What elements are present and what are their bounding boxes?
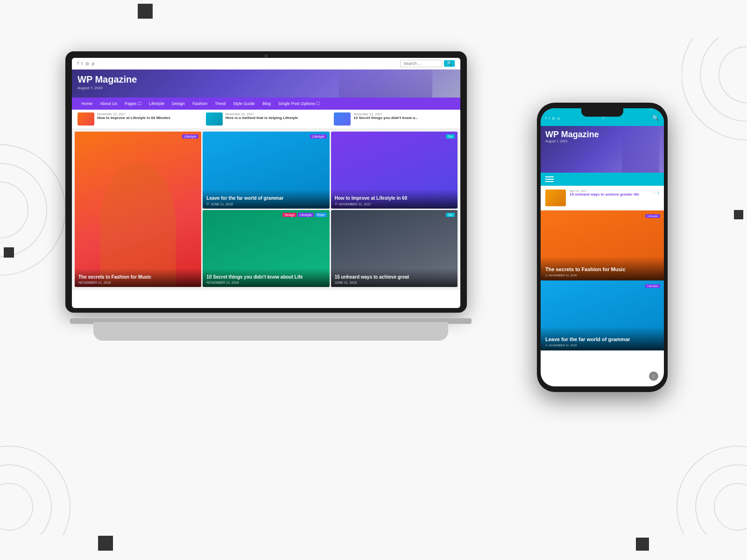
grid-date-lifestyle: ⊙ NOVEMBER 21, 2017 [335, 202, 454, 206]
grid-tag-fashion: Lifestyle [182, 134, 199, 139]
grid-item-fashion[interactable]: Lifestyle The secrets to Fashion for Mus… [75, 132, 201, 287]
grid-tag-rider: Rider [315, 213, 327, 217]
phone-outer: f t ◎ p h ... 🔍 WP Magazine August 7, 20… [537, 103, 668, 392]
search-button[interactable]: 🔍 [444, 60, 455, 67]
phone-date-fashion: ⊙ NOVEMBER 21, 2018 [545, 273, 659, 277]
nav-home[interactable]: Home [78, 98, 96, 110]
grid-caption-unheard: 15 unheard ways to achieve great JUNE 21… [331, 268, 458, 287]
prev-arrow-icon[interactable]: ‹ [654, 189, 655, 196]
nav-lifestyle[interactable]: Lifestyle [145, 98, 168, 110]
nav-trend[interactable]: Trend [211, 98, 229, 110]
nav-design[interactable]: Design [168, 98, 189, 110]
site-nav: Home About Us Pages ☐ Lifestyle Design F… [72, 98, 460, 110]
ticker-title-1: How to Improve at Lifestyle in 60 Minute… [97, 116, 198, 120]
deco-rect-left [4, 247, 14, 258]
grid-title-grammar: Leave for the far world of grammar [206, 195, 325, 201]
phone-hamburger[interactable] [541, 173, 664, 186]
scroll-to-top-button[interactable]: ↑ [649, 371, 658, 381]
pinterest-icon: p [92, 61, 94, 66]
twitter-icon: t [82, 61, 83, 66]
ticker-title-3: 10 Secret things you didn't know a... [353, 116, 455, 120]
grid-item-grammar[interactable]: Lifestyle Leave for the far world of gra… [203, 132, 329, 209]
phone-nav-arrows: ‹ › [654, 189, 659, 196]
grid-item-unheard[interactable]: De 15 unheard ways to achieve great JUNE… [331, 210, 458, 287]
svg-point-7 [696, 465, 747, 535]
svg-point-11 [0, 483, 33, 530]
grid-date-unheard: JUNE 21, 2018 [335, 281, 454, 284]
phone-instagram-icon: ◎ [552, 116, 555, 120]
laptop-base [93, 322, 448, 341]
article-grid: Lifestyle The secrets to Fashion for Mus… [72, 129, 460, 290]
nav-about[interactable]: About Us [96, 98, 121, 110]
phone-device: f t ◎ p h ... 🔍 WP Magazine August 7, 20… [537, 103, 668, 392]
search-input[interactable] [400, 60, 442, 67]
hamburger-line-2 [545, 179, 554, 180]
svg-point-9 [0, 446, 70, 535]
grid-item-lifestyle[interactable]: De How to Improve at Lifestyle in 60 ⊙ N… [331, 132, 458, 209]
phone-caption-grammar: Leave for the far world of grammar ⊙ NOV… [541, 327, 664, 350]
ticker-date-3: November 21, 2017 [353, 112, 455, 116]
grid-date-secret: NOVEMBER 21, 2018 [206, 281, 325, 284]
news-ticker: November 21, 2017 How to Improve at Life… [72, 110, 460, 129]
phone-title-fashion: The secrets to Fashion for Music [545, 266, 659, 273]
grid-caption-fashion: The secrets to Fashion for Music NOVEMBE… [75, 268, 201, 287]
ticker-info-1: November 21, 2017 How to Improve at Life… [97, 112, 198, 120]
phone-card-grammar[interactable]: Lifestyle Leave for the far world of gra… [541, 280, 664, 350]
decorative-circles-left [0, 140, 65, 282]
phone-twitter-icon: t [549, 116, 550, 120]
grid-tag-lifestyle2: Lifestyle [298, 213, 314, 217]
header-figure [339, 70, 432, 98]
ticker-item-2[interactable]: November 21, 2017 Here is a method that … [206, 112, 327, 126]
ticker-item-3[interactable]: November 21, 2017 10 Secret things you d… [334, 112, 455, 126]
phone-header: WP Magazine August 7, 2023 [541, 126, 664, 173]
phone-article-card[interactable]: April 21, 2017 15 unheard ways to achiev… [541, 186, 664, 210]
grid-title-fashion: The secrets to Fashion for Music [78, 274, 197, 280]
next-arrow-icon[interactable]: › [657, 189, 659, 196]
site-search[interactable]: 🔍 [400, 60, 455, 67]
site-topbar: f t ◎ p 🔍 [72, 58, 460, 70]
hamburger-line-1 [545, 176, 554, 177]
phone-search-icon[interactable]: 🔍 [652, 115, 659, 121]
grid-title-lifestyle: How to Improve at Lifestyle in 60 [335, 195, 454, 201]
grid-tag-design: Design [282, 213, 296, 217]
phone-article-info: April 21, 2017 15 unheard ways to achiev… [570, 189, 650, 197]
ticker-item-1[interactable]: November 21, 2017 How to Improve at Life… [78, 112, 198, 126]
grid-tag-unheard: De [446, 213, 455, 217]
laptop-screen-outer: f t ◎ p 🔍 WP Magazine August 7, 2023 Hom… [65, 51, 467, 313]
phone-caption-fashion: The secrets to Fashion for Music ⊙ NOVEM… [541, 257, 664, 280]
phone-date-grammar: ⊙ NOVEMBER 21, 2018 [545, 343, 659, 347]
facebook-icon: f [78, 61, 79, 66]
phone-article-title: 15 unheard ways to achieve greater life [570, 192, 650, 197]
laptop-camera [264, 54, 268, 58]
nav-single-post[interactable]: Single Post Options ☐ [275, 98, 324, 110]
ticker-thumb-1 [78, 112, 94, 126]
phone-screen: f t ◎ p h ... 🔍 WP Magazine August 7, 20… [541, 108, 664, 386]
grid-caption-secret: 10 Secret things you didn't know about L… [203, 268, 329, 287]
phone-tag-grammar: Lifestyle [645, 284, 660, 288]
svg-point-6 [677, 446, 747, 535]
deco-rect-bottom-right [636, 538, 649, 551]
phone-tag-fashion: Lifestyle [645, 214, 660, 218]
deco-rect-bottom-left [98, 536, 113, 551]
nav-style-guide[interactable]: Style Guide [229, 98, 259, 110]
decorative-circles-bottom-left [0, 441, 75, 537]
grid-date-grammar: ⊙ JUNE 11, 2018 [206, 202, 325, 206]
grid-title-secret: 10 Secret things you didn't know about L… [206, 274, 325, 280]
svg-point-1 [0, 163, 47, 257]
nav-pages[interactable]: Pages ☐ [121, 98, 145, 110]
ticker-info-3: November 21, 2017 10 Secret things you d… [353, 112, 455, 120]
social-icons: f t ◎ p [78, 61, 94, 66]
grid-item-secret[interactable]: Design Lifestyle Rider 10 Secret things … [203, 210, 329, 287]
laptop-device: f t ◎ p 🔍 WP Magazine August 7, 2023 Hom… [65, 51, 476, 341]
grid-date-fashion: NOVEMBER 21, 2018 [78, 281, 197, 284]
deco-rect-right [734, 210, 743, 219]
instagram-icon: ◎ [85, 61, 89, 66]
nav-blog[interactable]: Blog [259, 98, 275, 110]
ticker-date-2: November 21, 2017 [226, 112, 327, 116]
svg-point-10 [0, 465, 51, 535]
grid-caption-lifestyle: How to Improve at Lifestyle in 60 ⊙ NOVE… [331, 189, 458, 209]
svg-point-2 [0, 182, 28, 238]
phone-article-thumb [545, 189, 566, 206]
nav-fashion[interactable]: Fashion [189, 98, 211, 110]
phone-card-fashion[interactable]: Lifestyle The secrets to Fashion for Mus… [541, 210, 664, 280]
